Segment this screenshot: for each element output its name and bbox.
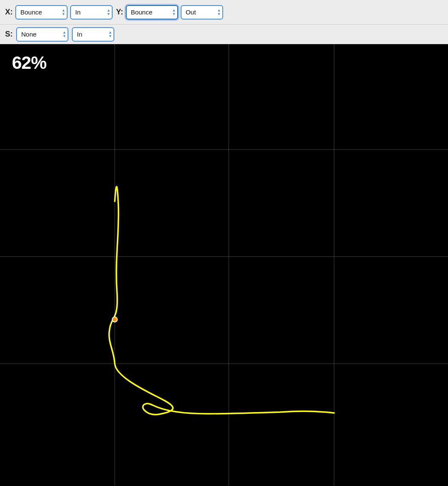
s-label: S: bbox=[5, 30, 13, 39]
controls-row-1: X: Bounce Linear Ease In Ease Out Ease I… bbox=[0, 0, 448, 25]
x-dir-select[interactable]: In Out In-Out bbox=[70, 5, 113, 20]
controls-row-2: S: None Bounce Linear Ease In Ease Out E… bbox=[0, 25, 448, 44]
s-easing-select[interactable]: None Bounce Linear Ease In Ease Out Ease… bbox=[16, 27, 68, 42]
y-control-group: Y: Bounce Linear Ease In Ease Out Ease I… bbox=[116, 5, 223, 20]
s-dir-wrapper: In Out In-Out ▲▼ bbox=[72, 27, 114, 42]
y-easing-wrapper: Bounce Linear Ease In Ease Out Ease In-O… bbox=[126, 5, 178, 20]
x-easing-wrapper: Bounce Linear Ease In Ease Out Ease In-O… bbox=[15, 5, 68, 20]
x-dir-wrapper: In Out In-Out ▲▼ bbox=[70, 5, 113, 20]
y-label: Y: bbox=[116, 8, 123, 17]
y-dir-select[interactable]: Out In In-Out bbox=[181, 5, 223, 20]
graph-canvas[interactable]: 62% bbox=[0, 44, 448, 486]
s-dir-select[interactable]: In Out In-Out bbox=[72, 27, 114, 42]
y-easing-select[interactable]: Bounce Linear Ease In Ease Out Ease In-O… bbox=[126, 5, 178, 20]
x-label: X: bbox=[5, 8, 13, 17]
y-dir-wrapper: Out In In-Out ▲▼ bbox=[181, 5, 223, 20]
s-easing-wrapper: None Bounce Linear Ease In Ease Out Ease… bbox=[16, 27, 68, 42]
x-easing-select[interactable]: Bounce Linear Ease In Ease Out Ease In-O… bbox=[15, 5, 68, 20]
x-control-group: X: Bounce Linear Ease In Ease Out Ease I… bbox=[5, 5, 113, 20]
bounce-curve-svg bbox=[0, 44, 448, 486]
curve-marker-dot bbox=[112, 316, 118, 322]
